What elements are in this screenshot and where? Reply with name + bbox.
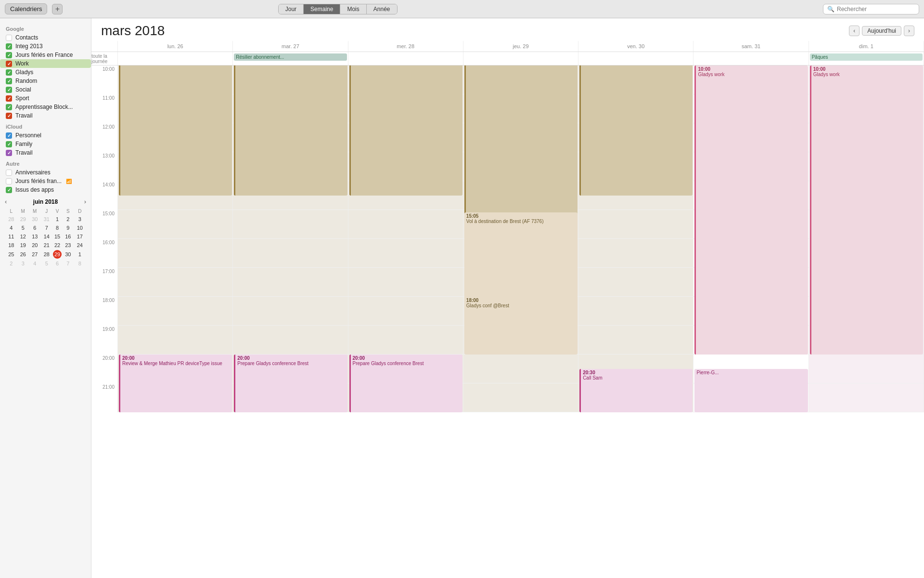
mini-cal-day[interactable]: 25 <box>6 250 17 259</box>
mini-cal-day[interactable]: 26 <box>18 250 29 259</box>
sidebar-calendar-item-5[interactable]: Random <box>0 77 91 85</box>
sidebar-calendar-item-0[interactable]: Anniversaires <box>0 168 91 177</box>
view-annee[interactable]: Année <box>367 4 397 14</box>
view-mois[interactable]: Mois <box>340 4 366 14</box>
mini-cal-day[interactable]: 31 <box>41 215 52 223</box>
mini-cal-day[interactable]: 29 <box>53 250 62 259</box>
calendriers-label: Calendriers <box>10 5 42 13</box>
sidebar-calendar-item-2[interactable]: Issus des apps <box>0 185 91 194</box>
time-cell-6-12 <box>809 123 924 152</box>
sidebar-calendar-item-1[interactable]: Jours fériés fran...📶 <box>0 177 91 185</box>
view-semaine[interactable]: Semaine <box>304 4 340 14</box>
time-cell-2-14 <box>348 181 463 210</box>
calendar-label-2: Travail <box>15 149 33 156</box>
google-section-label: Google <box>0 22 91 33</box>
mini-cal-day[interactable]: 8 <box>53 224 62 232</box>
time-label-19: 19:00 <box>91 326 118 355</box>
time-cell-6-13 <box>809 152 924 181</box>
prev-week-button[interactable]: ‹ <box>849 26 860 36</box>
sidebar-calendar-item-0[interactable]: Contacts <box>0 33 91 42</box>
mini-cal-day[interactable]: 1 <box>75 250 86 259</box>
time-cell-3-20 <box>463 355 578 383</box>
mini-cal-day[interactable]: 2 <box>63 215 74 223</box>
mini-cal-day[interactable]: 13 <box>29 233 40 240</box>
mini-cal-day[interactable]: 8 <box>75 260 86 267</box>
search-input[interactable] <box>837 6 915 13</box>
mini-cal-day[interactable]: 14 <box>41 233 52 240</box>
mini-cal-day[interactable]: 6 <box>53 260 62 267</box>
day-header-1: mar. 27 <box>233 41 348 52</box>
mini-cal-day[interactable]: 24 <box>75 241 86 249</box>
time-cell-4-12 <box>578 123 693 152</box>
mini-cal-day[interactable]: 21 <box>41 241 52 249</box>
mini-cal-day[interactable]: 12 <box>18 233 29 240</box>
mini-cal-day[interactable]: 5 <box>18 224 29 232</box>
calendar-checkbox-9 <box>6 113 12 119</box>
time-cell-1-19 <box>233 326 348 355</box>
mini-cal-title: juin 2018 <box>33 198 58 205</box>
mini-cal-day[interactable]: 2 <box>6 260 17 267</box>
sidebar-calendar-item-9[interactable]: Travail <box>0 111 91 120</box>
mini-cal-day[interactable]: 18 <box>6 241 17 249</box>
mini-cal-day[interactable]: 29 <box>18 215 29 223</box>
sidebar-calendar-item-1[interactable]: Integ 2013 <box>0 42 91 51</box>
sidebar-calendar-item-6[interactable]: Social <box>0 85 91 94</box>
calendar-label-2: Jours fériés en France <box>15 52 73 58</box>
mini-cal-day[interactable]: 17 <box>75 233 86 240</box>
mini-cal-day[interactable]: 7 <box>63 260 74 267</box>
mini-cal-day[interactable]: 5 <box>41 260 52 267</box>
mini-cal-day[interactable]: 16 <box>63 233 74 240</box>
next-week-button[interactable]: › <box>904 26 914 36</box>
view-jour[interactable]: Jour <box>279 4 304 14</box>
mini-cal-day[interactable]: 3 <box>18 260 29 267</box>
mini-cal-day[interactable]: 7 <box>41 224 52 232</box>
view-switcher: Jour Semaine Mois Année <box>278 4 398 14</box>
mini-cal-day[interactable]: 28 <box>41 250 52 259</box>
calendar-checkbox-4 <box>6 69 12 76</box>
sidebar-calendar-item-2[interactable]: Travail <box>0 148 91 157</box>
sidebar-calendar-item-8[interactable]: Apprentissage Block... <box>0 103 91 111</box>
calendar-checkbox-0 <box>6 170 12 176</box>
allday-event[interactable]: Résilier abonnement... <box>234 53 346 61</box>
mini-cal-day[interactable]: 23 <box>63 241 74 249</box>
sidebar-calendar-item-0[interactable]: Personnel <box>0 131 91 140</box>
mini-cal-day[interactable]: 1 <box>53 215 62 223</box>
sidebar-calendar-item-1[interactable]: Family <box>0 140 91 148</box>
day-header-2: mer. 28 <box>348 41 463 52</box>
mini-cal-day[interactable]: 9 <box>63 224 74 232</box>
mini-cal-day[interactable]: 11 <box>6 233 17 240</box>
mini-cal-day[interactable]: 22 <box>53 241 62 249</box>
mini-cal-day[interactable]: 27 <box>29 250 40 259</box>
main-content: Google ContactsInteg 2013Jours fériés en… <box>0 18 924 578</box>
mini-cal-prev[interactable]: ‹ <box>5 198 7 205</box>
sidebar-calendar-item-3[interactable]: Work <box>0 59 91 68</box>
sidebar-calendar-item-7[interactable]: Sport <box>0 94 91 103</box>
calendar-checkbox-1 <box>6 43 12 50</box>
time-cell-5-15 <box>693 210 808 239</box>
mini-cal-day[interactable]: 28 <box>6 215 17 223</box>
mini-cal-day[interactable]: 3 <box>75 215 86 223</box>
mini-cal-day[interactable]: 4 <box>6 224 17 232</box>
time-cell-0-12 <box>118 123 233 152</box>
mini-cal-day[interactable]: 19 <box>18 241 29 249</box>
mini-cal-day[interactable]: 6 <box>29 224 40 232</box>
time-grid-container[interactable]: 10:0011:0012:0013:0014:0015:0016:0017:00… <box>91 66 924 578</box>
sidebar-calendar-item-4[interactable]: Gladys <box>0 68 91 77</box>
today-button[interactable]: Aujourd'hui <box>862 26 901 36</box>
time-cell-1-12 <box>233 123 348 152</box>
calendriers-button[interactable]: Calendriers <box>5 3 47 14</box>
allday-event[interactable]: Pâques <box>810 53 923 61</box>
calendar-checkbox-0 <box>6 35 12 41</box>
mini-cal-day[interactable]: 10 <box>75 224 86 232</box>
add-calendar-button[interactable]: + <box>52 4 63 14</box>
mini-cal-day[interactable]: 30 <box>29 215 40 223</box>
mini-cal-day[interactable]: 4 <box>29 260 40 267</box>
time-cell-4-15 <box>578 210 693 239</box>
mini-cal-day[interactable]: 15 <box>53 233 62 240</box>
mini-cal-day[interactable]: 20 <box>29 241 40 249</box>
mini-cal-next[interactable]: › <box>84 198 86 205</box>
mini-cal-day[interactable]: 30 <box>63 250 74 259</box>
mini-cal-grid: LMMJVSD 28293031123456789101112131415161… <box>5 207 86 268</box>
icloud-section-label: iCloud <box>0 120 91 131</box>
sidebar-calendar-item-2[interactable]: Jours fériés en France <box>0 51 91 59</box>
